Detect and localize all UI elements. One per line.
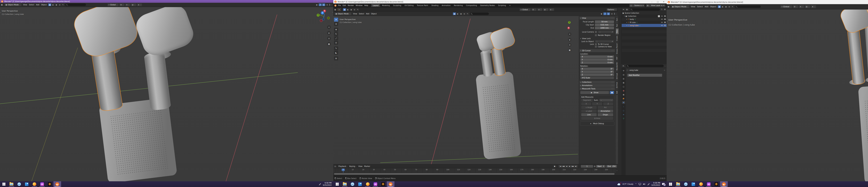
blender-menu-icon[interactable] xyxy=(334,4,336,7)
camera-to-view-checkbox[interactable] xyxy=(595,46,597,48)
editor-type-icon[interactable]: ▦⌄ xyxy=(1,4,4,6)
toggle-visibility[interactable]: ◐ xyxy=(52,3,55,6)
minimize-button[interactable]: – xyxy=(649,1,655,3)
gizmo-y-ball[interactable]: Y xyxy=(317,14,319,16)
weather-summary[interactable]: 41°F Cloudy xyxy=(623,183,633,185)
snap-dropdown[interactable]: ∩⌄ xyxy=(537,8,542,11)
tool-cursor[interactable]: ⊕ xyxy=(334,22,338,26)
header-search-input[interactable] xyxy=(735,5,761,8)
workspace-tab-scripting[interactable]: Scripting xyxy=(497,4,507,7)
rotation-order-dropdown[interactable]: XYZ Euler⌄ xyxy=(580,77,614,79)
workspace-tab-sculpting[interactable]: Sculpting xyxy=(392,4,403,7)
frame-end-field[interactable]: End250 xyxy=(606,165,617,167)
tray-overflow-chevron[interactable]: ⌃ xyxy=(635,183,637,185)
tool-measure[interactable]: ◣ xyxy=(334,51,338,55)
workspace-tab-animation[interactable]: Animation xyxy=(440,4,453,7)
orthographic-toggle-button[interactable]: ▦ xyxy=(327,42,331,46)
window-titlebar[interactable]: Blender* [C:\Users\george\Documents\dyna… xyxy=(666,0,868,4)
header-search-input[interactable] xyxy=(65,3,86,6)
mesh-vong-tube-shaft[interactable] xyxy=(847,28,865,85)
mesh-collar[interactable] xyxy=(865,76,868,83)
outliner-search-input[interactable] xyxy=(630,8,660,11)
workspace-tab-rendering[interactable]: Rendering xyxy=(452,4,464,7)
lock-to-object-field[interactable]: ⬚ xyxy=(595,40,614,43)
local-camera-checkbox[interactable] xyxy=(595,31,597,33)
taskbar-app-firefox[interactable] xyxy=(364,181,372,187)
outliner-filter-icon[interactable]: ▤⌄ xyxy=(626,8,629,10)
npanel-tab-item[interactable]: Item xyxy=(616,16,619,22)
taskbar-app-gamepad[interactable] xyxy=(372,181,379,187)
npanel-tab-3d-coat[interactable]: 3D-Coat xyxy=(616,72,619,80)
remove-scene-icon[interactable]: ✕ xyxy=(642,4,644,6)
measure-area-button[interactable]: ⊞ Area xyxy=(581,117,613,120)
properties-tab-tool[interactable]: ⚒ xyxy=(622,69,625,72)
pen-icon[interactable] xyxy=(318,183,321,185)
menu-window[interactable]: Window xyxy=(355,4,363,7)
toggle-renderability[interactable]: ⊚ xyxy=(463,12,466,15)
orientation-dropdown[interactable]: ⌖Global⌄ xyxy=(107,3,118,6)
pivot-point-dropdown[interactable]: ⊙⌄ xyxy=(531,8,536,11)
menu-view[interactable]: View xyxy=(352,12,358,15)
taskbar-app-firefox[interactable] xyxy=(31,181,38,187)
properties-tab-physics[interactable]: ◌ xyxy=(622,109,625,112)
expand-triangle-icon[interactable]: ▸ xyxy=(626,25,627,26)
toggle-annotate[interactable]: ✎ xyxy=(61,3,64,6)
taskbar-app-photos[interactable] xyxy=(689,181,697,187)
taskbar-app-firefox[interactable] xyxy=(697,181,705,187)
taskbar-app-blender[interactable] xyxy=(54,181,61,187)
viewport-3d[interactable]: User Perspective (1) Collection | vong t… xyxy=(333,16,618,164)
disable-render-icon[interactable] xyxy=(664,25,666,27)
gizmo-y-neg-ball[interactable] xyxy=(327,16,330,20)
toolbar-expand-chevron[interactable]: › xyxy=(0,11,1,13)
snap-dropdown[interactable]: ∩⌄ xyxy=(125,3,130,6)
gizmo-y-ball[interactable]: Y xyxy=(568,21,570,24)
hide-viewport-icon[interactable] xyxy=(661,25,663,27)
camera-view-button[interactable]: ⊙ xyxy=(568,43,571,46)
timeline-menu-keying[interactable]: Keying ⌄ xyxy=(348,165,358,167)
hide-viewport-icon[interactable] xyxy=(661,15,663,17)
focal-length-field[interactable]: 50 mm xyxy=(595,21,614,23)
play-reverse-button[interactable]: ◀ xyxy=(565,165,568,167)
jump-prev-keyframe-button[interactable]: ◀◀ xyxy=(562,165,565,167)
snap-dropdown[interactable]: ∩⌄ xyxy=(799,5,804,8)
cursor-location-y-field[interactable]: Y0 mm xyxy=(580,58,614,61)
new-collection-icon[interactable]: ⊞ xyxy=(664,8,665,10)
properties-tab-collection[interactable]: ▣ xyxy=(622,93,625,96)
taskbar-app-gamepad[interactable] xyxy=(705,181,712,187)
notifications-icon[interactable]: 23 xyxy=(662,183,665,185)
cursor-rotation-x-field[interactable]: X0° xyxy=(580,68,614,70)
orthographic-toggle-button[interactable]: ▦ xyxy=(568,48,571,52)
stopwatch-icon[interactable]: ◔ xyxy=(594,165,595,167)
window-titlebar[interactable]: Blender* [C:\Users\george\Documents\dyna… xyxy=(0,0,333,3)
tool-select-box[interactable]: ➤ xyxy=(334,18,338,22)
panel-3d-cursor-header[interactable]: ▾3D Cursor:::: xyxy=(580,49,615,52)
options-dropdown[interactable]: Options⌄ xyxy=(607,8,617,11)
measureit-ghost-button[interactable] xyxy=(610,91,614,94)
pan-view-button[interactable]: ψ xyxy=(327,31,331,35)
clip-start-field[interactable]: 0.01 mm xyxy=(595,24,614,26)
tool-move[interactable]: ✥ xyxy=(334,28,338,32)
clock[interactable]: 9:58 PM 3/25/2022 xyxy=(651,182,660,186)
shading-options-chevron[interactable]: ⌄ xyxy=(331,4,332,5)
mesh-debug-header[interactable]: ▶Mesh Debug xyxy=(581,122,613,124)
shading-wireframe[interactable] xyxy=(614,13,615,15)
toolbar-expand-chevron[interactable]: › xyxy=(667,21,668,23)
current-frame-field[interactable]: 1 xyxy=(581,165,593,167)
collection-checkbox[interactable] xyxy=(658,15,660,17)
measure-x-button[interactable]: X xyxy=(581,102,591,105)
timeline-menu-playback[interactable]: Playback ⌄ xyxy=(338,165,349,167)
close-button[interactable]: ✕ xyxy=(661,1,666,3)
tool-transform[interactable]: ◎ xyxy=(334,41,338,45)
taskbar-app-qbittorrent[interactable]: qb xyxy=(349,181,356,187)
properties-tab-world[interactable]: ◍ xyxy=(622,89,625,92)
cursor-rotation-z-field[interactable]: Z0° xyxy=(580,73,614,76)
jump-next-keyframe-button[interactable]: ▶▶ xyxy=(571,165,574,167)
add-modifier-dropdown[interactable]: Add Modifier⌄ xyxy=(627,74,662,77)
editor-type-icon[interactable]: ▦⌄ xyxy=(334,9,337,10)
expand-triangle-icon[interactable]: ▸ xyxy=(626,22,627,23)
taskbar-app-game[interactable] xyxy=(379,181,387,187)
header-search-input[interactable] xyxy=(470,12,489,15)
toggle-visibility[interactable]: ◐ xyxy=(346,8,349,11)
npanel-tab-edit[interactable]: Edit xyxy=(616,90,619,95)
weather-icon[interactable]: ! xyxy=(617,183,621,186)
